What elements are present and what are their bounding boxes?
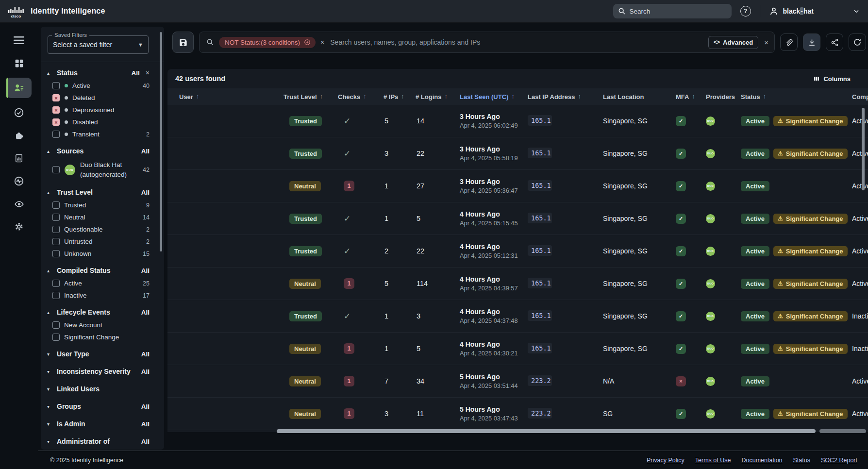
filter-option[interactable]: × Transient 2 <box>41 128 164 140</box>
checkbox[interactable] <box>52 250 60 257</box>
clear-search-icon[interactable]: × <box>764 38 768 47</box>
column-header-status[interactable]: Status↑ <box>741 93 852 100</box>
global-search-input[interactable] <box>630 8 727 15</box>
checkbox[interactable] <box>52 334 60 341</box>
saved-filter-select[interactable]: Saved Filters Select a saved filter ▼ <box>48 35 149 54</box>
save-filter-button[interactable] <box>172 32 194 53</box>
footer-link[interactable]: Privacy Policy <box>647 457 684 464</box>
ip-address-chip[interactable]: 223.2 <box>528 375 552 386</box>
filter-search-input[interactable] <box>330 38 703 46</box>
global-search[interactable] <box>613 4 732 18</box>
filter-all-link[interactable]: All <box>141 189 150 196</box>
checkbox[interactable]: × <box>52 106 60 114</box>
checkbox[interactable] <box>52 321 60 329</box>
column-header-mfa[interactable]: MFA↑ <box>676 93 706 100</box>
column-header-compiled-status[interactable]: Compiled Status <box>852 93 868 100</box>
filter-all-link[interactable]: All <box>141 267 150 274</box>
column-header-last-seen[interactable]: Last Seen (UTC)↑ <box>460 93 528 100</box>
filter-option[interactable]: Trusted 9 <box>41 199 164 211</box>
remove-chip-icon[interactable]: × <box>320 38 324 46</box>
filter-option[interactable]: × Disabled <box>41 116 164 128</box>
copy-link-button[interactable] <box>780 34 798 51</box>
column-header-trust-level[interactable]: Trust Level↑ <box>284 93 338 100</box>
filter-option[interactable]: Significant Change <box>41 331 164 343</box>
nav-reports-icon[interactable] <box>14 153 24 164</box>
filter-option[interactable]: Active 25 <box>41 277 164 289</box>
filter-all-link[interactable]: All <box>141 351 150 358</box>
column-header-last-location[interactable]: Last Location <box>603 93 676 100</box>
refresh-button[interactable] <box>849 34 866 51</box>
table-row[interactable]: Trusted ✓ 2 22 4 Hours Ago Apr 4, 2025 0… <box>167 235 868 268</box>
filter-all-link[interactable]: All <box>141 420 150 428</box>
filter-chip[interactable]: NOT Status:(3 conditions) <box>219 37 316 48</box>
filter-option[interactable]: Questionable 2 <box>41 223 164 235</box>
filter-section-header[interactable]: ▾ Inconsistency Severity All <box>41 365 164 378</box>
chevron-down-icon[interactable] <box>852 7 860 15</box>
ip-address-chip[interactable]: 223.2 <box>528 408 552 419</box>
checkbox[interactable] <box>52 238 60 245</box>
ip-address-chip[interactable]: 165.1 <box>528 310 552 321</box>
filter-section-header-lifecycle-events[interactable]: ▴ Lifecycle Events All <box>41 305 164 319</box>
filter-section-header[interactable]: ▾ User Type All <box>41 347 164 361</box>
checkbox[interactable]: × <box>52 131 60 138</box>
filter-all-link[interactable]: All <box>141 368 150 375</box>
column-header-providers[interactable]: Providers <box>706 93 741 100</box>
nav-checks-icon[interactable] <box>14 107 24 118</box>
table-row[interactable]: Neutral ✓ 1 7 34 5 Hours Ago Apr 4, 2025… <box>167 365 868 398</box>
columns-button[interactable]: Columns <box>813 75 851 83</box>
checkbox[interactable]: × <box>52 118 60 126</box>
download-button[interactable] <box>803 34 820 51</box>
table-row[interactable]: Neutral ✓ 1 1 27 3 Hours Ago Apr 4, 2025… <box>167 170 868 202</box>
filter-section-header[interactable]: ▾ Linked Users <box>41 382 164 396</box>
menu-toggle-icon[interactable] <box>14 35 24 46</box>
filter-option[interactable]: Inactive 17 <box>41 289 164 302</box>
footer-link[interactable]: Terms of Use <box>695 457 731 464</box>
filter-section-header-trust-level[interactable]: ▴ Trust Level All <box>41 185 164 199</box>
filter-option[interactable]: × Deleted <box>41 92 164 104</box>
filter-search-bar[interactable]: NOT Status:(3 conditions) × <> Advanced … <box>199 32 775 53</box>
filter-option[interactable]: Untrusted 2 <box>41 235 164 248</box>
footer-link[interactable]: Documentation <box>741 457 782 464</box>
column-header-ips[interactable]: # IPs↑ <box>382 93 414 100</box>
filter-section-header-status[interactable]: ▴ Status All × <box>41 66 164 80</box>
column-header-last-ip[interactable]: Last IP Address↑ <box>528 93 603 100</box>
ip-address-chip[interactable]: 165.1 <box>528 245 552 256</box>
ip-address-chip[interactable]: 165.1 <box>528 213 552 223</box>
advanced-search-button[interactable]: <> Advanced <box>708 36 758 49</box>
checkbox[interactable] <box>52 280 60 287</box>
nav-integrations-icon[interactable] <box>14 130 24 141</box>
table-row[interactable]: Neutral ✓ 1 5 114 4 Hours Ago Apr 4, 202… <box>167 268 868 300</box>
table-row[interactable]: Trusted ✓ 1 3 4 Hours Ago Apr 4, 2025 04… <box>167 300 868 333</box>
table-row[interactable]: Neutral ✓ 1 1 5 4 Hours Ago Apr 4, 2025 … <box>167 333 868 365</box>
filter-section-header-compiled-status[interactable]: ▴ Compiled Status All <box>41 264 164 277</box>
filter-section-header-sources[interactable]: ▴ Sources All <box>41 144 164 158</box>
filter-option[interactable]: Neutral 14 <box>41 211 164 223</box>
filter-option-source[interactable]: DUO Duo Black Hat(autogenerated) 42 <box>41 158 164 182</box>
ip-address-chip[interactable]: 165.1 <box>528 278 552 288</box>
filter-all-link[interactable]: All <box>141 309 150 316</box>
share-button[interactable] <box>826 34 843 51</box>
add-condition-icon[interactable] <box>304 39 311 46</box>
checkbox[interactable] <box>52 201 60 209</box>
filter-option[interactable]: Unknown 15 <box>41 248 164 260</box>
filter-all-link[interactable]: All <box>141 148 150 155</box>
table-row[interactable]: Trusted ✓ 3 22 3 Hours Ago Apr 4, 2025 0… <box>167 137 868 170</box>
column-header-checks[interactable]: Checks↑ <box>338 93 382 100</box>
filter-panel-scrollbar[interactable] <box>160 32 162 251</box>
filter-section-header[interactable]: ▾ Groups All <box>41 400 164 413</box>
checkbox[interactable] <box>52 166 60 173</box>
horizontal-scrollbar-track[interactable] <box>819 429 866 433</box>
footer-link[interactable]: Status <box>793 457 810 464</box>
nav-activity-icon[interactable] <box>14 176 24 186</box>
column-header-logins[interactable]: # Logins↑ <box>414 93 460 100</box>
filter-option[interactable]: × Deprovisioned <box>41 104 164 116</box>
user-menu[interactable]: black-hat <box>769 6 814 16</box>
filter-all-link[interactable]: All <box>141 438 150 445</box>
vertical-scrollbar[interactable] <box>862 108 865 190</box>
ip-address-chip[interactable]: 165.1 <box>528 148 552 158</box>
horizontal-scrollbar[interactable] <box>277 429 816 433</box>
filter-option[interactable]: New Account <box>41 319 164 331</box>
table-row[interactable]: Trusted ✓ 5 14 3 Hours Ago Apr 4, 2025 0… <box>167 105 868 137</box>
nav-settings-icon[interactable] <box>14 221 24 232</box>
checkbox[interactable] <box>52 292 60 299</box>
